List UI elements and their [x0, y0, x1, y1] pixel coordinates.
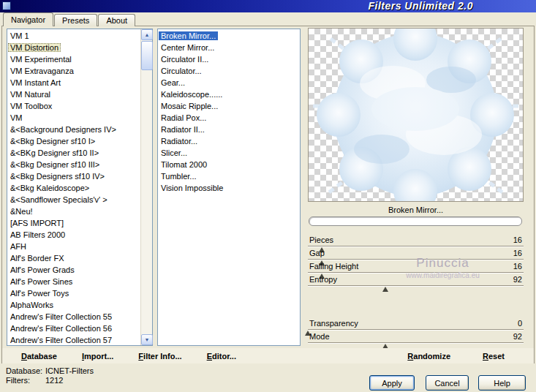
category-item-label: [AFS IMPORT] [8, 219, 66, 227]
filter-item[interactable]: Radial Pox... [158, 112, 300, 124]
category-item-label: Alf's Power Grads [8, 265, 77, 274]
category-item[interactable]: Alf's Power Sines [7, 276, 140, 287]
scroll-up-icon[interactable]: ▲ [141, 29, 153, 40]
help-button[interactable]: Help [478, 375, 526, 391]
preview-area[interactable] [308, 28, 524, 202]
toolbar-button[interactable]: Randomize [407, 352, 450, 361]
category-item[interactable]: VM Instant Art [7, 77, 140, 88]
category-item[interactable]: AB Filters 2000 [7, 229, 140, 241]
parameter-slider[interactable] [308, 285, 524, 287]
parameter-value: 16 [513, 248, 522, 259]
category-scrollbar[interactable]: ▲ ▼ [140, 29, 152, 345]
category-item[interactable]: Alf's Border FX [7, 252, 140, 264]
tab-label: Navigator [11, 15, 45, 24]
filter-item-label: Circulator II... [159, 55, 211, 64]
parameter-row: Gap 16 [308, 248, 524, 261]
category-item[interactable]: VM [7, 112, 140, 124]
category-item-label: AFH [8, 242, 29, 251]
category-item[interactable]: VM Natural [7, 88, 140, 100]
tab[interactable]: Presets [54, 14, 97, 26]
scrollbar-thumb[interactable] [141, 41, 153, 70]
filter-item[interactable]: Broken Mirror... [158, 30, 300, 42]
navigator-page: VM 1 VM Distortion VM Experimental VM Ex… [1, 26, 535, 363]
category-item[interactable]: VM Distortion [7, 42, 140, 53]
parameter-slider[interactable] [308, 259, 524, 260]
parameter-label: Entropy [309, 274, 337, 285]
filter-item[interactable]: Tumbler... [158, 170, 300, 182]
tab[interactable]: Navigator [3, 12, 53, 26]
category-item[interactable]: &<Background Designers IV> [7, 124, 140, 135]
category-item[interactable]: &<Bkg Kaleidoscope> [7, 182, 140, 194]
toolbar-button[interactable]: Editor... [207, 352, 236, 361]
category-item-label: VM Natural [8, 90, 53, 99]
category-item-label: Alf's Power Sines [8, 277, 75, 286]
scroll-down-icon[interactable]: ▼ [141, 334, 153, 345]
category-item[interactable]: Alf's Power Toys [7, 287, 140, 299]
filter-item[interactable]: Mosaic Ripple... [158, 100, 300, 112]
category-item[interactable]: VM 1 [7, 30, 140, 42]
filter-item[interactable]: Slicer... [158, 147, 300, 159]
category-item[interactable]: &Neu! [7, 206, 140, 217]
tab[interactable]: About [98, 14, 135, 26]
filter-item[interactable]: Radiator II... [158, 124, 300, 135]
parameter-slider[interactable] [308, 272, 524, 274]
category-item[interactable]: &<Sandflower Specials'v' > [7, 194, 140, 206]
titlebar[interactable]: Filters Unlimited 2.0 [0, 0, 536, 12]
category-item-label: &<Bkg Kaleidoscope> [8, 184, 91, 192]
category-item[interactable]: AFH [7, 241, 140, 252]
category-item[interactable]: AlphaWorks [7, 299, 140, 311]
category-item[interactable]: &<Bkg Designers sf10 IV> [7, 170, 140, 182]
category-item[interactable]: Alf's Power Grads [7, 264, 140, 276]
category-item-label: &<Bkg Designers sf10 IV> [8, 172, 107, 181]
parameter-slider[interactable] [308, 342, 524, 344]
category-item-label: AlphaWorks [8, 301, 56, 309]
filter-item[interactable]: Kaleidoscope...... [158, 88, 300, 100]
filter-item[interactable]: Vision Impossible [158, 182, 300, 194]
category-item[interactable]: Andrew's Filter Collection 57 [7, 334, 140, 345]
parameter-slider[interactable] [308, 246, 524, 247]
category-item-label: Andrew's Filter Collection 55 [8, 312, 114, 321]
category-item[interactable]: &<BKg Designer sf10 II> [7, 147, 140, 159]
cancel-button[interactable]: Cancel [426, 375, 469, 391]
category-item[interactable]: &<Bkg Designer sf10 I> [7, 135, 140, 147]
toolbar-button[interactable]: Filter Info... [138, 352, 181, 361]
filter-item[interactable]: Radiator... [158, 135, 300, 147]
filter-item[interactable]: Tilomat 2000 [158, 159, 300, 170]
category-item[interactable]: VM Experimental [7, 53, 140, 65]
category-item-label: &<Bkg Designer sf10 III> [8, 160, 102, 169]
category-item-label: VM Experimental [8, 55, 74, 64]
filter-item[interactable]: Circulator... [158, 65, 300, 77]
category-listbox: VM 1 VM Distortion VM Experimental VM Ex… [7, 29, 153, 346]
filter-item-label: Tumbler... [159, 172, 199, 181]
category-item[interactable]: [AFS IMPORT] [7, 217, 140, 229]
category-item-label: VM Instant Art [8, 78, 63, 87]
filter-item[interactable]: Center Mirror... [158, 42, 300, 53]
category-item[interactable]: &<Bkg Designer sf10 III> [7, 159, 140, 170]
filter-item-label: Circulator... [159, 67, 204, 75]
filter-item-label: Vision Impossible [159, 184, 225, 192]
toolbar-button[interactable]: Import... [82, 352, 113, 361]
category-item[interactable]: VM Extravaganza [7, 65, 140, 77]
category-item[interactable]: VM Toolbox [7, 100, 140, 112]
status-area: Database:ICNET-Filters Filters:1212 [6, 366, 94, 385]
parameter-label: Pieces [309, 235, 333, 246]
apply-button[interactable]: Apply [369, 375, 415, 391]
toolbar-button[interactable]: Database [21, 352, 57, 361]
filter-item-label: Tilomat 2000 [159, 160, 209, 169]
category-item-label: VM Distortion [8, 43, 61, 52]
parameter-row: Transparency 0 [308, 318, 524, 331]
category-item[interactable]: Andrew's Filter Collection 56 [7, 323, 140, 334]
toolbar-button[interactable]: Reset [483, 352, 505, 361]
filter-item[interactable]: Gear... [158, 77, 300, 88]
filter-item[interactable]: Circulator II... [158, 53, 300, 65]
parameter-slider[interactable] [308, 329, 524, 331]
category-item-label: VM [8, 113, 25, 122]
parameter-label: Mode [309, 331, 330, 342]
category-item[interactable]: Andrew's Filter Collection 55 [7, 311, 140, 323]
category-item-label: &<Bkg Designer sf10 I> [8, 137, 97, 146]
category-item-label: VM Extravaganza [8, 67, 76, 75]
parameter-label: Transparency [309, 318, 358, 329]
filter-item-label: Slicer... [159, 148, 189, 157]
slider-thumb-icon[interactable] [382, 287, 388, 292]
tab-bar: Navigator Presets About [3, 12, 135, 26]
